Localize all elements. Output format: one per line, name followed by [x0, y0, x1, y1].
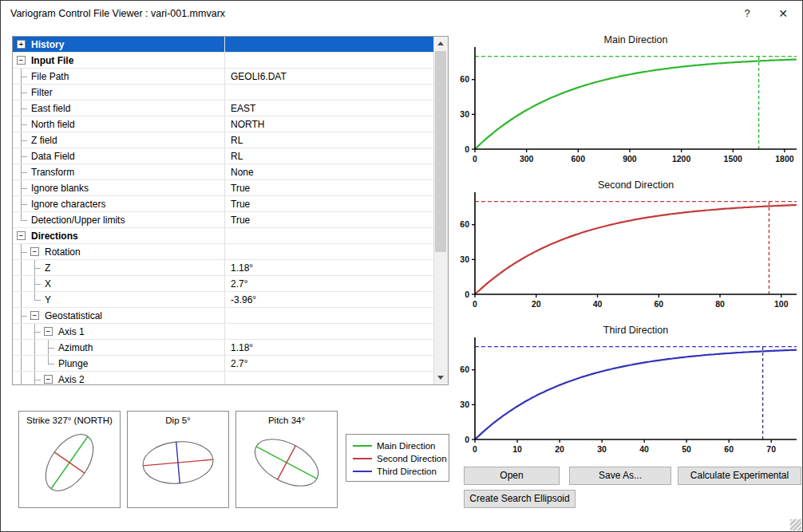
tree-row[interactable]: Plunge2.7°	[13, 356, 433, 372]
svg-text:80: 80	[715, 299, 725, 309]
open-button[interactable]: Open	[464, 467, 560, 485]
tree-row[interactable]: +History	[13, 37, 433, 53]
tree-guide	[14, 372, 28, 384]
tree-row-name-cell: East field	[13, 100, 224, 116]
vertical-scrollbar[interactable]	[433, 37, 448, 384]
tree-connector	[14, 85, 28, 100]
tree-connector	[14, 308, 28, 323]
collapse-icon[interactable]: −	[30, 311, 39, 320]
tree-row-name-cell: −Axis 2	[13, 372, 224, 384]
tree-row[interactable]: Data FieldRL	[13, 148, 433, 164]
titlebar[interactable]: Variogram Control File Viewer : vari-001…	[1, 1, 802, 26]
triangle-down-icon	[437, 376, 444, 380]
scroll-down-icon[interactable]	[434, 371, 447, 384]
tree-row-name-cell: Z field	[13, 132, 224, 148]
save-as-button[interactable]: Save As...	[569, 467, 671, 485]
triangle-up-icon	[437, 41, 444, 45]
tree-row[interactable]: North fieldNORTH	[13, 116, 433, 132]
legend-item-second: Second Direction	[353, 452, 449, 465]
tree-row[interactable]: −Axis 2	[13, 372, 433, 384]
svg-text:40: 40	[639, 444, 649, 454]
pitch-ellipse-panel: Pitch 34°	[235, 411, 338, 508]
strike-ellipse-panel: Strike 327° (NORTH)	[18, 411, 121, 508]
create-search-ellipsoid-button[interactable]: Create Search Ellipsoid	[464, 490, 576, 508]
tree-row[interactable]: −Rotation	[13, 244, 433, 260]
collapse-icon[interactable]: −	[17, 231, 26, 240]
tree-row-name-cell: Ignore characters	[13, 196, 224, 211]
tree-row[interactable]: −Geostatistical	[13, 308, 433, 324]
tree-guide	[14, 260, 28, 275]
tree-row[interactable]: East fieldEAST	[13, 100, 433, 116]
close-icon[interactable]: ✕	[771, 2, 795, 25]
tree-row[interactable]: File PathGEOLI6.DAT	[13, 69, 433, 85]
collapse-icon[interactable]: −	[44, 375, 53, 384]
third-direction-chart: Third Direction01020304050607003060	[453, 323, 802, 467]
tree-row-name-cell: X	[13, 276, 224, 291]
calculate-experimental-button[interactable]: Calculate Experimental	[678, 467, 801, 485]
tree-row-label: Z	[45, 262, 50, 274]
tree-row[interactable]: X2.7°	[13, 276, 433, 292]
tree-row[interactable]: −Directions	[13, 228, 433, 244]
tree-row-name-cell: −Input File	[13, 53, 224, 68]
help-icon[interactable]: ?	[735, 2, 759, 25]
tree-row-value: RL	[224, 148, 433, 164]
main-direction-chart: Main Direction03006009001200150018000306…	[453, 33, 802, 176]
tree-row-value: None	[224, 164, 433, 179]
variogram-viewer-window: Variogram Control File Viewer : vari-001…	[0, 0, 803, 532]
tree-row[interactable]: Filter	[13, 85, 433, 100]
tree-row-name-cell: Transform	[13, 164, 224, 179]
tree-row[interactable]: Detection/Upper limitsTrue	[13, 212, 433, 228]
tree-row[interactable]: Azimuth1.18°	[13, 340, 433, 356]
tree-icon-cell: +	[14, 37, 28, 52]
tree-row-label: Filter	[31, 87, 53, 98]
tree-connector	[28, 276, 42, 291]
tree-row-label: Axis 2	[58, 374, 85, 385]
tree-guide	[28, 340, 42, 355]
collapse-icon[interactable]: −	[17, 56, 26, 65]
tree-connector	[14, 164, 28, 179]
expand-icon[interactable]: +	[17, 40, 26, 49]
tree-connector	[28, 292, 42, 307]
tree-row[interactable]: −Input File	[13, 53, 433, 69]
tree-row-value	[224, 308, 433, 323]
tree-row-value: 1.18°	[224, 340, 433, 355]
svg-text:100: 100	[774, 299, 789, 309]
tree-connector	[42, 340, 55, 355]
tree-row[interactable]: Ignore blanksTrue	[13, 180, 433, 196]
tree-icon-cell: −	[14, 228, 28, 243]
tree-icon-cell: −	[42, 372, 55, 384]
scrollbar-thumb[interactable]	[435, 51, 446, 252]
tree-row-label: Data Field	[31, 151, 75, 162]
collapse-icon[interactable]: −	[44, 327, 53, 336]
svg-text:60: 60	[460, 365, 469, 374]
tree-row-label: Geostatistical	[45, 310, 102, 321]
second-direction-swatch	[353, 458, 372, 459]
resize-grip[interactable]	[790, 519, 801, 530]
tree-row-name-cell: +History	[13, 37, 224, 52]
main-direction-swatch	[353, 445, 372, 447]
tree-row-name-cell: Azimuth	[13, 340, 224, 355]
collapse-icon[interactable]: −	[30, 247, 39, 256]
svg-text:60: 60	[460, 219, 469, 229]
tree-row-label: History	[31, 39, 64, 50]
tree-row-label: Input File	[31, 55, 73, 66]
tree-row[interactable]: Y-3.96°	[13, 292, 433, 308]
property-tree: +History−Input FileFile PathGEOLI6.DATFi…	[12, 36, 449, 385]
svg-text:20: 20	[555, 444, 564, 454]
property-tree-rows: +History−Input FileFile PathGEOLI6.DATFi…	[13, 37, 433, 384]
tree-row[interactable]: Z fieldRL	[13, 132, 433, 148]
tree-row-name-cell: −Geostatistical	[13, 308, 224, 323]
tree-row[interactable]: TransformNone	[13, 164, 433, 180]
svg-text:1200: 1200	[672, 154, 691, 164]
svg-text:0: 0	[465, 144, 469, 154]
tree-row[interactable]: Ignore charactersTrue	[13, 196, 433, 212]
scroll-up-icon[interactable]	[434, 37, 447, 50]
svg-text:30: 30	[597, 444, 607, 454]
tree-connector	[28, 372, 42, 384]
tree-row[interactable]: Z1.18°	[13, 260, 433, 276]
tree-connector	[28, 260, 42, 275]
tree-row-label: Transform	[31, 167, 74, 178]
legend-item-third: Third Direction	[353, 465, 449, 478]
tree-row[interactable]: −Axis 1	[13, 324, 433, 340]
tree-row-label: North field	[31, 119, 75, 130]
